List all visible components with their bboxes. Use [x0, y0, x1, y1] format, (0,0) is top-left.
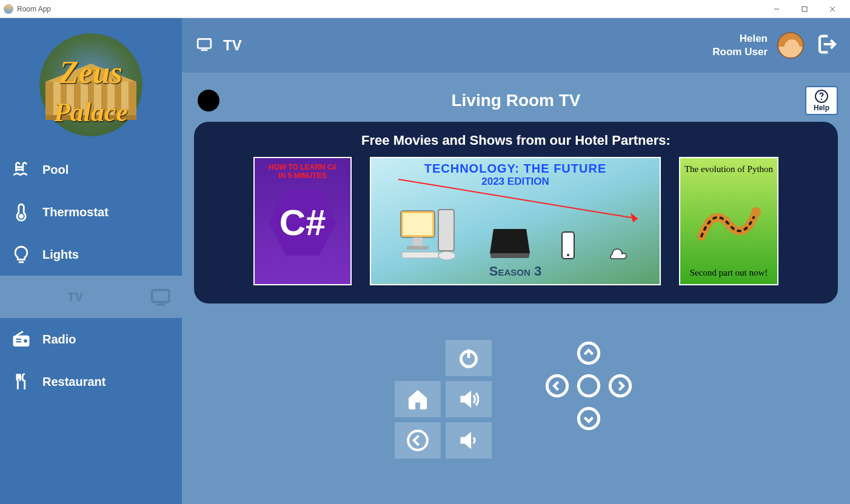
remote-volume-down-button[interactable]	[446, 422, 492, 459]
remote-dpad	[540, 340, 637, 449]
sidebar-label-restaurant: Restaurant	[42, 375, 105, 389]
user-name: Helen	[712, 32, 768, 45]
content-area: Living Room TV Help Free Movies and Show…	[182, 73, 850, 504]
svg-point-34	[578, 376, 598, 396]
app-icon	[4, 4, 13, 14]
svg-rect-13	[198, 39, 211, 48]
avatar[interactable]	[777, 32, 804, 59]
sidebar-item-tv[interactable]: TV	[0, 276, 182, 318]
svg-point-28	[751, 207, 761, 217]
svg-point-4	[19, 214, 23, 218]
svg-rect-1	[802, 7, 807, 12]
user-role: Room User	[712, 45, 768, 59]
remote-blank	[395, 340, 441, 376]
thumb3-top: The evolution of Python	[684, 164, 773, 174]
svg-rect-24	[402, 252, 438, 258]
svg-rect-23	[438, 210, 454, 251]
section-title: TV	[223, 37, 242, 54]
user-info: Helen Room User	[712, 32, 768, 59]
remote-power-button[interactable]	[446, 340, 492, 376]
help-label: Help	[814, 104, 829, 112]
window-maximize-button[interactable]	[791, 0, 818, 18]
dpad-down-button[interactable]	[575, 405, 602, 432]
topbar: TV Helen Room User	[182, 18, 850, 73]
dpad-up-button[interactable]	[575, 340, 602, 366]
window-minimize-button[interactable]	[763, 0, 791, 18]
svg-point-25	[438, 251, 455, 260]
svg-rect-22	[407, 246, 429, 250]
thumb1-title-l1: HOW TO LEARN C#	[269, 163, 336, 171]
tv-remote-controls	[194, 340, 838, 459]
svg-point-9	[24, 339, 28, 343]
svg-line-12	[16, 331, 23, 336]
svg-rect-6	[152, 290, 169, 302]
brand-line1: Zeus	[33, 55, 149, 90]
media-thumb-tech-future[interactable]: TECHNOLOGY: THE FUTURE 2023 EDITION Seas…	[370, 157, 661, 285]
sidebar: Zeus Palace Pool Thermostat L	[0, 18, 182, 504]
brand-line2: Palace	[33, 97, 149, 128]
remote-home-button[interactable]	[395, 381, 441, 417]
remote-volume-up-button[interactable]	[446, 381, 492, 417]
svg-point-31	[408, 431, 427, 450]
thumb2-devices-illustration	[383, 205, 648, 260]
page-title: Living Room TV	[194, 91, 838, 110]
thumb1-badge: C#	[279, 202, 326, 244]
help-button[interactable]: Help	[805, 86, 838, 115]
dpad-ok-button[interactable]	[575, 373, 602, 399]
thumb2-title: TECHNOLOGY: THE FUTURE	[375, 162, 656, 176]
svg-point-35	[610, 376, 630, 396]
svg-point-33	[547, 376, 567, 396]
thumb3-bottom: Second part out now!	[690, 268, 768, 278]
svg-point-32	[578, 343, 598, 363]
sidebar-label-thermostat: Thermostat	[42, 205, 109, 219]
media-thumb-python[interactable]: The evolution of Python Second part out …	[679, 157, 778, 285]
sidebar-nav: Pool Thermostat Lights TV	[0, 148, 182, 403]
restaurant-icon	[11, 371, 32, 392]
sidebar-label-pool: Pool	[42, 163, 69, 177]
thermostat-icon	[11, 202, 32, 222]
carousel-heading: Free Movies and Shows from our Hotel Par…	[230, 133, 801, 148]
pool-icon	[11, 159, 32, 180]
media-carousel: Free Movies and Shows from our Hotel Par…	[194, 122, 838, 303]
sidebar-item-pool[interactable]: Pool	[0, 148, 182, 191]
sidebar-label-tv: TV	[11, 290, 139, 304]
media-thumb-csharp[interactable]: HOW TO LEARN C# IN 5 MINUTES C#	[253, 157, 352, 285]
logout-button[interactable]	[814, 32, 838, 59]
window-title: Room App	[17, 5, 763, 13]
window-close-button[interactable]	[818, 0, 846, 18]
dpad-right-button[interactable]	[607, 373, 634, 399]
window-titlebar: Room App	[0, 0, 850, 18]
main-area: TV Helen Room User Living Room TV Help	[182, 18, 850, 504]
svg-point-27	[567, 254, 569, 256]
brand-logo: Zeus Palace	[0, 24, 182, 148]
sidebar-item-radio[interactable]: Radio	[0, 318, 182, 360]
radio-icon	[11, 329, 32, 350]
sidebar-item-thermostat[interactable]: Thermostat	[0, 191, 182, 233]
sidebar-label-radio: Radio	[42, 333, 76, 346]
section-tv-icon	[194, 36, 215, 55]
sidebar-item-lights[interactable]: Lights	[0, 233, 182, 276]
svg-point-36	[578, 408, 598, 428]
sidebar-item-restaurant[interactable]: Restaurant	[0, 360, 182, 403]
svg-rect-20	[403, 213, 432, 235]
thumb1-title-l2: IN 5 MINUTES	[269, 171, 336, 180]
thumb2-season: Season 3	[371, 264, 660, 279]
svg-rect-21	[413, 237, 423, 246]
remote-back-button[interactable]	[395, 422, 441, 459]
snake-icon	[695, 194, 762, 248]
dpad-left-button[interactable]	[544, 373, 571, 399]
sidebar-label-lights: Lights	[42, 248, 79, 262]
tv-icon	[150, 287, 171, 307]
svg-point-16	[821, 98, 822, 99]
lightbulb-icon	[11, 244, 32, 265]
